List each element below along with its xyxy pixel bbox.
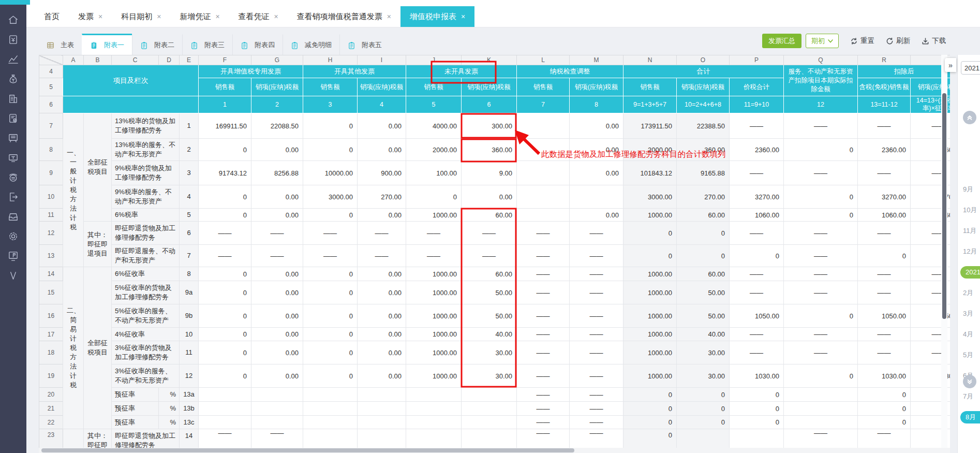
cell-9-J[interactable]: 100.00 — [406, 161, 462, 185]
row-header-22[interactable]: 22 — [39, 416, 63, 429]
cell-20-H[interactable] — [303, 388, 358, 402]
cell-12-G[interactable]: —— — [251, 222, 303, 245]
item-label-cell[interactable]: 6%税率 — [112, 209, 180, 222]
cell-23-G[interactable]: —— — [251, 429, 303, 448]
cell-21-I[interactable] — [358, 402, 406, 416]
cell-13-K[interactable]: —— — [462, 245, 517, 267]
column-header-L[interactable]: L — [517, 55, 570, 65]
cell-7-H[interactable]: 0 — [303, 113, 358, 139]
row-header-18[interactable]: 18 — [39, 341, 63, 364]
cell-16-F[interactable]: 0 — [199, 304, 251, 328]
column-header-F[interactable]: F — [199, 55, 251, 65]
corner-cell[interactable] — [39, 55, 63, 65]
cell-20-M[interactable]: —— — [570, 388, 623, 402]
line-number-cell[interactable]: 13c — [180, 416, 199, 429]
item-label-cell[interactable]: 3%征收率的货物及加工修理修配劳务 — [112, 341, 180, 364]
cell-18-R[interactable]: —— — [858, 341, 911, 364]
cell-22-I[interactable] — [358, 416, 406, 429]
column-header-P[interactable]: P — [730, 55, 784, 65]
cell-23-F[interactable]: —— — [199, 429, 251, 448]
cell-8-J[interactable]: 2000.00 — [406, 139, 462, 161]
cell-16-L[interactable]: —— — [517, 304, 570, 328]
cell-14-G[interactable]: 0.00 — [251, 267, 303, 281]
cell-17-P[interactable]: —— — [730, 328, 784, 341]
row-header-11[interactable]: 11 — [39, 209, 63, 222]
row-header-4[interactable]: 4 — [39, 65, 63, 78]
item-label-cell[interactable]: 预征率 — [112, 388, 159, 402]
cell-10-H[interactable]: 3000.00 — [303, 185, 358, 209]
close-tab-icon[interactable]: × — [461, 12, 465, 21]
close-tab-icon[interactable]: × — [98, 12, 102, 21]
cell-12-M[interactable]: —— — [570, 222, 623, 245]
cell-13-O[interactable]: 0 — [677, 245, 730, 267]
cell-15-R[interactable]: —— — [858, 281, 911, 304]
cell-11-K[interactable]: 60.00 — [462, 209, 517, 222]
cell-20-J[interactable] — [406, 388, 462, 402]
cell-9-K[interactable]: 9.00 — [462, 161, 517, 185]
cell-12-J[interactable]: —— — [406, 222, 462, 245]
period-date-input[interactable] — [961, 61, 980, 75]
cell-15-H[interactable]: 0 — [303, 281, 358, 304]
building-icon[interactable] — [7, 93, 19, 105]
row-header-17[interactable]: 17 — [39, 328, 63, 341]
cell-19-F[interactable]: 0 — [199, 364, 251, 388]
money-bag-icon[interactable] — [7, 73, 19, 85]
cell-23-N[interactable]: 0 — [623, 429, 677, 448]
top-tab-6[interactable]: 查看销项增值税普通发票× — [288, 6, 400, 27]
close-tab-icon[interactable]: × — [274, 12, 278, 21]
row-header-23[interactable]: 23 — [39, 429, 63, 448]
cell-9-N[interactable]: 101843.12 — [623, 161, 677, 185]
cell-16-P[interactable]: 1050.00 — [730, 304, 784, 328]
cell-15-M[interactable]: —— — [570, 281, 623, 304]
cell-12-L[interactable]: —— — [517, 222, 570, 245]
cell-12-I[interactable]: —— — [358, 222, 406, 245]
cell-11-Q[interactable]: 0 — [784, 209, 858, 222]
cell-10-K[interactable]: 0.00 — [462, 185, 517, 209]
cell-20-K[interactable] — [462, 388, 517, 402]
line-number-cell[interactable]: 8 — [180, 267, 199, 281]
group-cell[interactable]: 全部征税项目 — [84, 267, 112, 429]
cell-13-Q[interactable]: —— — [784, 245, 858, 267]
month-item-11月[interactable]: 11月 — [958, 221, 980, 241]
display-icon[interactable] — [7, 152, 19, 164]
column-header-R[interactable]: R — [858, 55, 911, 65]
cell-7-F[interactable]: 169911.50 — [199, 113, 251, 139]
cell-7-K[interactable]: 300.00 — [462, 113, 517, 139]
cell-16-I[interactable]: 0.00 — [358, 304, 406, 328]
row-header-15[interactable]: 15 — [39, 281, 63, 304]
cell-20-L[interactable]: —— — [517, 388, 570, 402]
cell-17-G[interactable]: 0.00 — [251, 328, 303, 341]
cell-7-M[interactable]: 0.00 — [570, 113, 623, 139]
cell-19-R[interactable]: 1030.00 — [858, 364, 911, 388]
horizontal-scrollbar[interactable] — [39, 448, 950, 453]
cell-7-J[interactable]: 4000.00 — [406, 113, 462, 139]
cell-16-H[interactable]: 0 — [303, 304, 358, 328]
cell-11-H[interactable]: 0 — [303, 209, 358, 222]
line-number-cell[interactable]: 6 — [180, 222, 199, 245]
column-header-I[interactable]: I — [358, 55, 406, 65]
percent-cell[interactable]: % — [159, 416, 180, 429]
cell-20-O[interactable]: 0 — [677, 388, 730, 402]
cell-14-Q[interactable]: —— — [784, 267, 858, 281]
row-header-13[interactable]: 13 — [39, 245, 63, 267]
top-tab-5[interactable]: 查看凭证× — [229, 6, 288, 27]
cell-12-P[interactable]: —— — [730, 222, 784, 245]
cell-16-M[interactable]: —— — [570, 304, 623, 328]
column-header-J[interactable]: J — [406, 55, 462, 65]
cell-21-M[interactable]: —— — [570, 402, 623, 416]
cell-9-H[interactable]: 10000.00 — [303, 161, 358, 185]
cell-17-H[interactable]: 0 — [303, 328, 358, 341]
month-item-9月[interactable]: 9月 — [958, 179, 980, 200]
cell-10-P[interactable]: 3270.00 — [730, 185, 784, 209]
cell-23-I[interactable] — [358, 429, 406, 448]
cell-11-N[interactable]: 1000.00 — [623, 209, 677, 222]
cell-14-P[interactable]: —— — [730, 267, 784, 281]
row-header-5[interactable]: 5 — [39, 78, 63, 96]
cell-21-O[interactable]: 0 — [677, 402, 730, 416]
cell-15-F[interactable]: 0 — [199, 281, 251, 304]
cell-11-P[interactable]: 1060.00 — [730, 209, 784, 222]
line-number-cell[interactable]: 7 — [180, 245, 199, 267]
line-number-cell[interactable]: 2 — [180, 139, 199, 161]
cell-8-I[interactable]: 0.00 — [358, 139, 406, 161]
cell-18-N[interactable]: 1000.00 — [623, 341, 677, 364]
